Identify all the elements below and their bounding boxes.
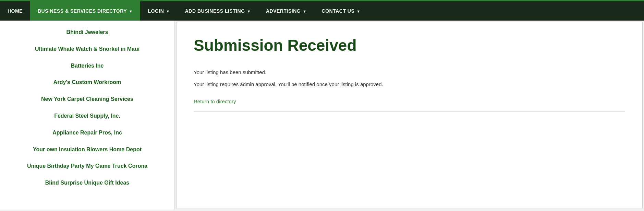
nav-login[interactable]: LOGIN ▼ [140,1,177,21]
sidebar-item-bhindi-jewelers[interactable]: Bhindi Jewelers [0,24,174,41]
chevron-down-icon: ▼ [129,9,133,13]
nav-add-business[interactable]: ADD BUSINESS LISTING ▼ [178,1,258,21]
submission-text-2: Your listing requires admin approval. Yo… [194,81,625,89]
sidebar-item-federal-steel[interactable]: Federal Steel Supply, Inc. [0,108,174,125]
sidebar-item-appliance-repair[interactable]: Appliance Repair Pros, Inc [0,125,174,141]
sidebar: Bhindi Jewelers Ultimate Whale Watch & S… [0,21,175,210]
submission-text-1: Your listing has been submitted. [194,69,625,77]
navbar: HOME BUSINESS & SERVICES DIRECTORY ▼ LOG… [0,0,644,21]
nav-add-business-label: ADD BUSINESS LISTING [185,8,245,14]
sidebar-item-whale-watch[interactable]: Ultimate Whale Watch & Snorkel in Maui [0,41,174,58]
return-to-directory-link[interactable]: Return to directory [194,98,236,104]
chevron-down-icon: ▼ [303,9,306,13]
nav-advertising[interactable]: ADVERTISING ▼ [258,1,314,21]
chevron-down-icon: ▼ [356,9,360,13]
nav-login-label: LOGIN [148,8,164,14]
content-divider [194,112,625,112]
sidebar-item-ny-carpet[interactable]: New York Carpet Cleaning Services [0,91,174,108]
sidebar-item-insulation-blowers[interactable]: Your own Insulation Blowers Home Depot [0,141,174,158]
nav-home[interactable]: HOME [0,1,30,21]
sidebar-item-ardys-workroom[interactable]: Ardy's Custom Workroom [0,74,174,91]
chevron-down-icon: ▼ [166,9,170,13]
page-body: Bhindi Jewelers Ultimate Whale Watch & S… [0,21,644,210]
main-content: Submission Received Your listing has bee… [176,22,643,208]
nav-contact-us[interactable]: CONTACT US ▼ [314,1,368,21]
nav-advertising-label: ADVERTISING [266,8,301,14]
nav-business-directory[interactable]: BUSINESS & SERVICES DIRECTORY ▼ [30,1,140,21]
nav-home-label: HOME [8,8,23,14]
submission-body: Your listing has been submitted. Your li… [194,69,625,88]
nav-contact-us-label: CONTACT US [322,8,355,14]
submission-title: Submission Received [194,36,625,55]
nav-business-directory-label: BUSINESS & SERVICES DIRECTORY [38,8,127,14]
sidebar-item-blind-surprise[interactable]: Blind Surprise Unique Gift Ideas [0,175,174,191]
sidebar-item-batteries-inc[interactable]: Batteries Inc [0,58,174,74]
chevron-down-icon: ▼ [247,9,251,13]
sidebar-item-birthday-party[interactable]: Unique Birthday Party My Game Truck Coro… [0,158,174,175]
